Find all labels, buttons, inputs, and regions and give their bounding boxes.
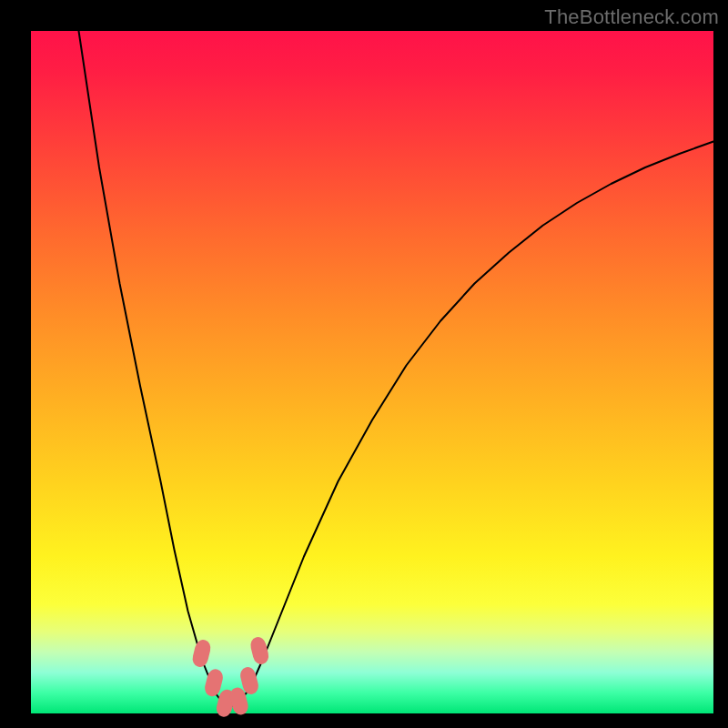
bottleneck-curve: [79, 31, 714, 707]
bottleneck-curve-path: [79, 31, 714, 707]
chart-overlay: [31, 31, 713, 713]
chart-frame: TheBottleneck.com: [0, 0, 728, 728]
curve-marker: [191, 638, 213, 668]
watermark-text: TheBottleneck.com: [544, 5, 719, 29]
curve-markers: [191, 635, 271, 718]
curve-marker: [248, 635, 270, 665]
plot-area: [31, 31, 713, 713]
